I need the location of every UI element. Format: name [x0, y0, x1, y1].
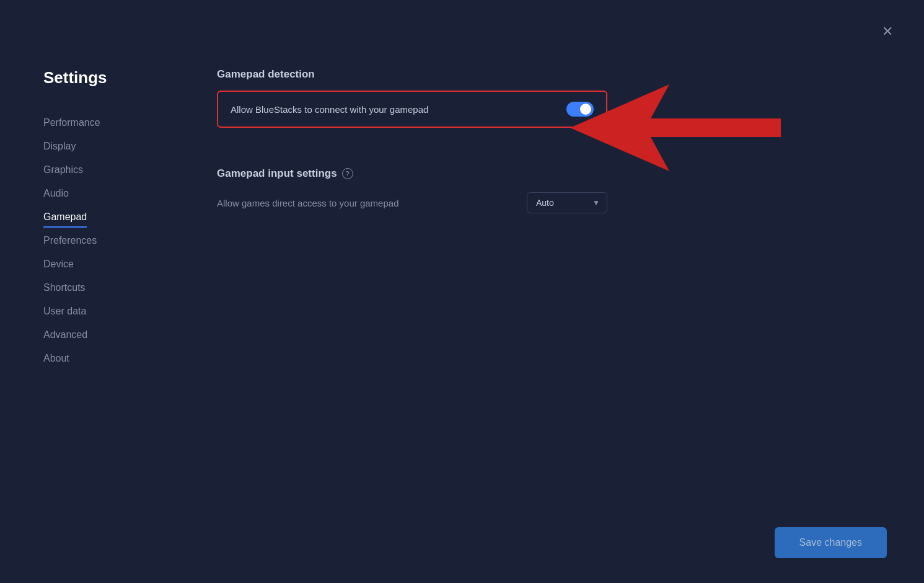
- save-button[interactable]: Save changes: [775, 527, 887, 558]
- gamepad-input-section: Gamepad input settings ? Allow games dir…: [217, 167, 887, 213]
- direct-access-row: Allow games direct access to your gamepa…: [217, 192, 607, 213]
- sidebar-item-device[interactable]: Device: [43, 254, 180, 275]
- help-icon[interactable]: ?: [342, 168, 353, 179]
- sidebar-item-graphics[interactable]: Graphics: [43, 159, 180, 180]
- main-content: Gamepad detection Allow BlueStacks to co…: [180, 68, 924, 583]
- sidebar-item-performance[interactable]: Performance: [43, 112, 180, 133]
- sidebar-item-shortcuts[interactable]: Shortcuts: [43, 277, 180, 298]
- gamepad-toggle[interactable]: [566, 102, 594, 117]
- sidebar-item-preferences[interactable]: Preferences: [43, 230, 180, 251]
- toggle-thumb: [580, 104, 591, 115]
- gamepad-detection-section: Gamepad detection Allow BlueStacks to co…: [217, 68, 887, 148]
- sidebar-item-advanced[interactable]: Advanced: [43, 324, 180, 345]
- save-btn-container: Save changes: [775, 527, 887, 558]
- gamepad-detection-box: Allow BlueStacks to connect with your ga…: [217, 91, 607, 128]
- gamepad-toggle-label: Allow BlueStacks to connect with your ga…: [231, 104, 428, 115]
- sidebar: Settings Performance Display Graphics Au…: [43, 68, 180, 583]
- sidebar-item-user-data[interactable]: User data: [43, 301, 180, 322]
- sidebar-item-about[interactable]: About: [43, 348, 180, 369]
- gamepad-input-title: Gamepad input settings: [217, 167, 337, 180]
- sidebar-item-audio[interactable]: Audio: [43, 183, 180, 204]
- input-settings-header: Gamepad input settings ?: [217, 167, 887, 180]
- close-button[interactable]: ✕: [882, 25, 893, 38]
- sidebar-item-gamepad[interactable]: Gamepad: [43, 207, 87, 228]
- gamepad-detection-title: Gamepad detection: [217, 68, 887, 81]
- settings-window: ✕ Settings Performance Display Graphics …: [0, 0, 924, 583]
- direct-access-label: Allow games direct access to your gamepa…: [217, 198, 398, 208]
- direct-access-select-wrapper: Auto Enabled Disabled ▼: [527, 192, 607, 213]
- sidebar-title: Settings: [43, 68, 180, 87]
- sidebar-item-display[interactable]: Display: [43, 136, 180, 157]
- direct-access-select[interactable]: Auto Enabled Disabled: [527, 192, 607, 213]
- toggle-track: [566, 102, 594, 117]
